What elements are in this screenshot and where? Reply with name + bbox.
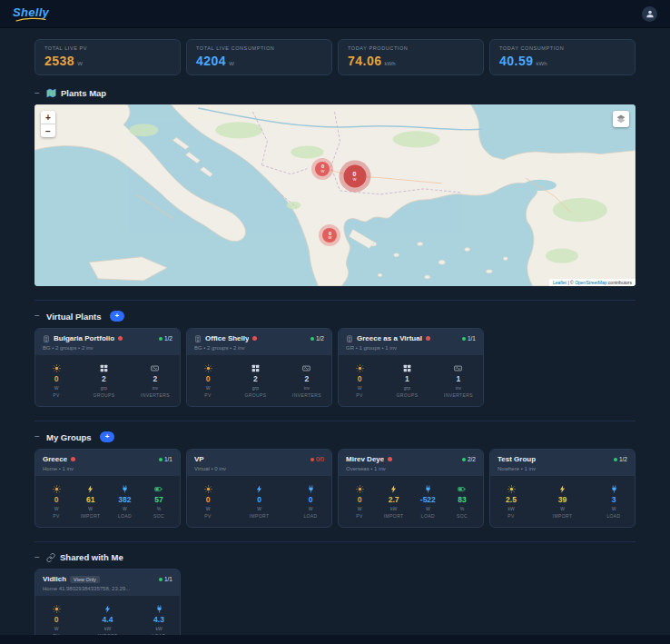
bolt-icon bbox=[103, 605, 112, 613]
collapse-toggle[interactable]: − bbox=[34, 312, 42, 321]
stat-value: -522 bbox=[420, 495, 436, 504]
stat-item: 61 W IMPORT bbox=[80, 485, 102, 519]
sun-icon bbox=[204, 364, 212, 372]
stat-item: 0 W PV bbox=[197, 364, 219, 398]
stat-unit: W bbox=[358, 506, 362, 511]
marker-unit: W bbox=[353, 177, 357, 181]
stat-item: 4.4 kW IMPORT bbox=[97, 605, 119, 635]
logo-swoosh-icon bbox=[15, 17, 46, 22]
stat-value: 0 bbox=[358, 374, 362, 383]
plug-icon bbox=[610, 485, 618, 493]
add-virtual-plant-button[interactable]: + bbox=[110, 311, 125, 322]
live-stats-row: TOTAL LIVE PV 2538 W TOTAL LIVE CONSUMPT… bbox=[34, 39, 636, 75]
stat-label: PV bbox=[204, 513, 211, 519]
building-icon bbox=[346, 335, 353, 342]
map-marker[interactable]: 0 W bbox=[315, 162, 330, 176]
layers-icon bbox=[616, 114, 626, 124]
card-subtitle: Overseas • 1 inv bbox=[346, 466, 476, 471]
plant-card[interactable]: Test Group 1/2 Nowhere • 1 inv 2.5 kW PV… bbox=[489, 449, 636, 528]
stat-value: 2 bbox=[102, 374, 106, 383]
link-icon bbox=[46, 553, 55, 562]
status-dot bbox=[462, 337, 466, 341]
section-my-groups: − My Groups + Greece 1/1 Home • 1 inv 0 … bbox=[34, 421, 636, 528]
stat-item: 2.5 kW PV bbox=[500, 485, 522, 519]
stat-item: 0 W PV bbox=[45, 364, 67, 398]
zoom-out-button[interactable]: − bbox=[41, 124, 55, 137]
add-group-button[interactable]: + bbox=[100, 431, 115, 442]
stat-value: 4.3 bbox=[153, 615, 164, 624]
plant-card[interactable]: Mirev Deye 2/2 Overseas • 1 inv 0 W PV 2… bbox=[338, 449, 484, 528]
card-subtitle: Home • 1 inv bbox=[43, 466, 172, 471]
stat-unit: W bbox=[206, 385, 211, 391]
stat-value: 4.4 bbox=[103, 615, 113, 624]
collapse-toggle[interactable]: − bbox=[34, 553, 42, 562]
card-title-row: Test Group 1/2 bbox=[498, 455, 627, 463]
status-text: 1/1 bbox=[164, 576, 172, 582]
plants-map[interactable]: 0 W 0 W 0 W + − Leaflet | © OpenStreetMa… bbox=[34, 104, 636, 286]
section-title: Shared with Me bbox=[60, 552, 123, 562]
virtual-plants-header: − Virtual Plants + bbox=[34, 311, 636, 322]
bolt-icon bbox=[389, 485, 398, 493]
sun-icon bbox=[356, 485, 364, 493]
stat-label: INVERTERS bbox=[292, 392, 321, 398]
card-header: Bulgaria Portfolio 1/2 BG • 2 groups • 2… bbox=[35, 329, 180, 355]
stat-label: PV bbox=[356, 513, 362, 519]
plant-card[interactable]: Greece 1/1 Home • 1 inv 0 W PV 61 W IMPO… bbox=[34, 449, 181, 528]
collapse-toggle[interactable]: − bbox=[34, 89, 42, 98]
live-stat-card: TOTAL LIVE PV 2538 W bbox=[34, 39, 181, 75]
stat-unit: grp bbox=[252, 385, 259, 391]
bolt-icon bbox=[86, 485, 94, 493]
stat-value: 3 bbox=[612, 495, 616, 504]
online-status: 0/0 bbox=[310, 456, 324, 462]
stat-unit: kW bbox=[390, 506, 397, 511]
stat-unit: W bbox=[309, 506, 313, 511]
plants-map-header: − Plants Map bbox=[34, 88, 636, 98]
osm-link[interactable]: OpenStreetMap bbox=[575, 280, 606, 285]
stat-item: 3 W LOAD bbox=[603, 485, 625, 519]
plant-card[interactable]: Office Shelly 1/2 BG • 2 groups • 2 inv … bbox=[186, 328, 332, 407]
map-attribution: Leaflet | © OpenStreetMap contributors bbox=[549, 279, 636, 286]
sun-icon bbox=[204, 485, 212, 493]
stat-unit: W bbox=[206, 506, 211, 511]
user-icon bbox=[645, 9, 655, 18]
map-layers-button[interactable] bbox=[613, 111, 629, 127]
stat-unit: grp bbox=[404, 385, 410, 391]
user-avatar-button[interactable] bbox=[642, 6, 657, 22]
stat-label: TODAY PRODUCTION bbox=[348, 45, 474, 51]
card-header: Test Group 1/2 Nowhere • 1 inv bbox=[490, 450, 635, 476]
stat-unit: kW bbox=[155, 626, 162, 631]
online-status: 1/1 bbox=[462, 335, 476, 342]
alert-badge bbox=[252, 336, 257, 341]
my-groups-header: − My Groups + bbox=[34, 431, 636, 442]
plant-card[interactable]: Vidlich View Only 1/1 Home 41.9802938433… bbox=[34, 569, 181, 635]
card-stats: 0 W PV 2 grp GROUPS 2 inv INVERTERS bbox=[35, 355, 180, 406]
stat-label: LOAD bbox=[303, 513, 317, 519]
card-subtitle: Virtual • 0 inv bbox=[194, 466, 324, 471]
leaflet-link[interactable]: Leaflet bbox=[553, 280, 567, 285]
stat-unit: grp bbox=[101, 385, 107, 391]
plant-card[interactable]: Bulgaria Portfolio 1/2 BG • 2 groups • 2… bbox=[34, 328, 181, 407]
stat-value: 0 bbox=[54, 374, 59, 383]
stat-label: IMPORT bbox=[81, 513, 101, 519]
stat-value: 2 bbox=[305, 374, 310, 383]
stat-unit: % bbox=[157, 506, 161, 511]
plant-card[interactable]: VP 0/0 Virtual • 0 inv 0 W PV 0 W IMPORT… bbox=[186, 449, 332, 528]
card-title: Mirev Deye bbox=[346, 455, 384, 463]
marker-unit: W bbox=[321, 170, 325, 173]
map-marker[interactable]: 0 W bbox=[322, 228, 337, 243]
app-logo[interactable]: Shelly bbox=[13, 6, 49, 22]
stat-unit: kWh bbox=[385, 61, 396, 66]
online-status: 1/2 bbox=[159, 335, 172, 342]
zoom-in-button[interactable]: + bbox=[41, 111, 55, 124]
stat-unit: W bbox=[54, 626, 59, 631]
plug-icon bbox=[121, 485, 129, 493]
collapse-toggle[interactable]: − bbox=[34, 432, 42, 441]
stat-value: 57 bbox=[154, 495, 163, 504]
stat-unit: W bbox=[426, 506, 430, 511]
card-title-row: Mirev Deye 2/2 bbox=[346, 455, 476, 463]
stat-label: LOAD bbox=[118, 513, 132, 519]
plant-card[interactable]: Greece as a Virtual 1/1 GR • 1 groups • … bbox=[338, 328, 484, 407]
card-subtitle: BG • 2 groups • 2 inv bbox=[194, 345, 324, 351]
stat-item: 0 W PV bbox=[197, 485, 219, 519]
map-marker[interactable]: 0 W bbox=[343, 164, 366, 187]
